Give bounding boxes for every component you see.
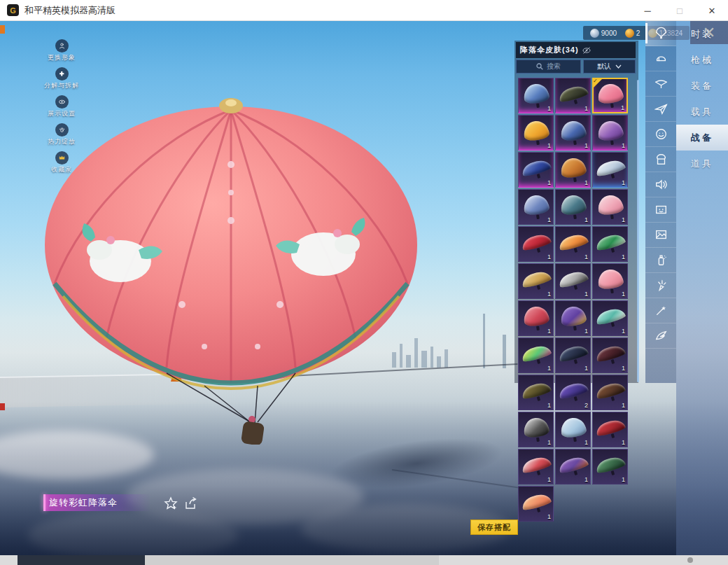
item-quantity: 1	[547, 179, 551, 186]
emote-icon	[654, 127, 668, 141]
parachute-thumbnail	[522, 416, 550, 438]
parachute-item[interactable]: 1	[592, 152, 628, 188]
parachute-item[interactable]: 1	[518, 337, 554, 373]
left-menu-item[interactable]: 更换形象	[27, 39, 97, 62]
parachute-item[interactable]: 1	[518, 226, 554, 262]
category-tab[interactable]: 战备	[676, 125, 728, 151]
parachute-item[interactable]: 1	[518, 486, 554, 522]
parachute-item[interactable]: 1	[592, 449, 628, 484]
item-quantity: 1	[584, 216, 588, 223]
left-menu-item[interactable]: 展示设置	[27, 95, 97, 118]
parachute-thumbnail	[522, 305, 550, 327]
parachute-item[interactable]: 1	[592, 226, 628, 262]
parachute-item[interactable]: 1	[592, 189, 628, 225]
rail-item-spray[interactable]	[645, 248, 676, 273]
parachute-item[interactable]: 1	[518, 375, 554, 410]
parachute-item[interactable]: 1	[592, 337, 628, 373]
parachute-item[interactable]: 1	[592, 375, 628, 410]
parachute-item[interactable]: 1	[592, 263, 628, 299]
parachute-item[interactable]: 1	[518, 300, 554, 336]
left-menu-item[interactable]: 分解与拆解	[27, 67, 97, 90]
rail-item-airdrop[interactable]	[645, 147, 676, 172]
item-quantity: 1	[584, 253, 588, 260]
rail-item-glider[interactable]	[645, 71, 676, 97]
parachute-thumbnail	[520, 158, 552, 177]
parachute-item[interactable]: 1	[592, 412, 628, 447]
category-tab[interactable]: 装备	[676, 73, 728, 99]
left-menu-item[interactable]: 热力绽放	[27, 123, 97, 146]
parachute-thumbnail	[557, 83, 589, 103]
parachute-item[interactable]: 1	[518, 78, 554, 113]
parachute-item[interactable]: 1	[518, 263, 554, 299]
category-tab[interactable]: 道具	[676, 151, 728, 176]
category-tab[interactable]: 时装	[676, 21, 728, 47]
parachute-item[interactable]: 1	[592, 300, 628, 336]
left-menu-label: 展示设置	[48, 109, 76, 118]
sort-dropdown[interactable]: 默认	[583, 60, 636, 74]
parachute-item[interactable]: 1	[555, 263, 591, 299]
rail-item-voice[interactable]	[645, 172, 676, 197]
parachute-item[interactable]: 1	[518, 189, 554, 225]
parachute-item[interactable]: 1	[518, 412, 554, 447]
airdrop-icon	[654, 153, 668, 166]
rail-item-helmet[interactable]	[645, 46, 676, 71]
plane-icon	[654, 102, 668, 116]
window-minimize-button[interactable]: ─	[631, 0, 664, 21]
inventory-panel-header: 降落伞皮肤(34)	[516, 42, 636, 58]
parachute-item[interactable]: 1	[555, 115, 591, 151]
left-menu-item[interactable]: 收藏家	[27, 151, 97, 174]
rail-item-firework[interactable]	[645, 273, 676, 298]
currency-display[interactable]: 2	[625, 29, 640, 38]
person-icon	[58, 42, 66, 50]
parachute-thumbnail	[522, 193, 550, 216]
parachute-item[interactable]: 1	[555, 78, 591, 113]
parachute-thumbnail	[559, 305, 587, 327]
left-menu-label: 热力绽放	[48, 137, 76, 146]
parachute-item[interactable]: 1	[555, 300, 591, 336]
parachute-thumbnail	[522, 119, 550, 141]
tower-spire	[503, 335, 506, 368]
favorite-star-button[interactable]	[162, 496, 179, 511]
item-quantity: 1	[584, 105, 588, 112]
save-outfit-button[interactable]: 保存搭配	[470, 519, 518, 535]
category-tab[interactable]: 载具	[676, 99, 728, 125]
visibility-icon[interactable]	[582, 46, 591, 55]
parachute-item[interactable]: 1	[555, 189, 591, 225]
category-tab-label: 枪械	[691, 54, 713, 67]
rail-item-frame[interactable]	[645, 197, 676, 223]
parachute-item[interactable]: 1	[518, 152, 554, 188]
share-button[interactable]	[183, 496, 200, 511]
parachute-thumbnail	[594, 232, 626, 251]
parachute-item[interactable]: 1	[592, 115, 628, 151]
parachute-thumbnail	[594, 417, 626, 437]
window-close-button[interactable]: ✕	[696, 0, 728, 21]
parachute-thumbnail	[520, 232, 552, 251]
rail-item-wing[interactable]	[645, 323, 676, 349]
rail-item-wand[interactable]	[645, 298, 676, 323]
currency-value: 2	[636, 29, 640, 37]
parachute-item[interactable]: 1	[555, 226, 591, 262]
item-quantity: 1	[547, 402, 551, 409]
rail-item-gallery[interactable]	[645, 223, 676, 248]
parachute-item[interactable]: 1	[592, 78, 628, 113]
item-quantity: 1	[622, 291, 625, 298]
rail-item-parachute[interactable]	[645, 21, 676, 46]
paw-icon	[58, 126, 66, 134]
parachute-item[interactable]: 1	[555, 152, 591, 188]
parachute-thumbnail	[522, 82, 550, 104]
background-window-content	[18, 555, 145, 565]
rail-item-plane[interactable]	[645, 97, 676, 122]
rail-item-emote[interactable]	[645, 122, 676, 147]
parachute-item[interactable]: 1	[555, 449, 591, 484]
grid-scrollbar[interactable]	[637, 80, 639, 382]
parachute-item[interactable]: 1	[518, 449, 554, 484]
currency-display[interactable]: 9000	[590, 29, 617, 38]
parachute-item[interactable]: 1	[518, 115, 554, 151]
search-input[interactable]: 搜索	[516, 60, 581, 74]
parachute-item[interactable]: 1	[555, 412, 591, 447]
window-maximize-button[interactable]: □	[664, 0, 696, 21]
parachute-item[interactable]: 2	[555, 375, 591, 410]
parachute-item[interactable]: 1	[555, 337, 591, 373]
hanging-crate	[241, 421, 265, 445]
category-tab[interactable]: 枪械	[676, 47, 728, 73]
